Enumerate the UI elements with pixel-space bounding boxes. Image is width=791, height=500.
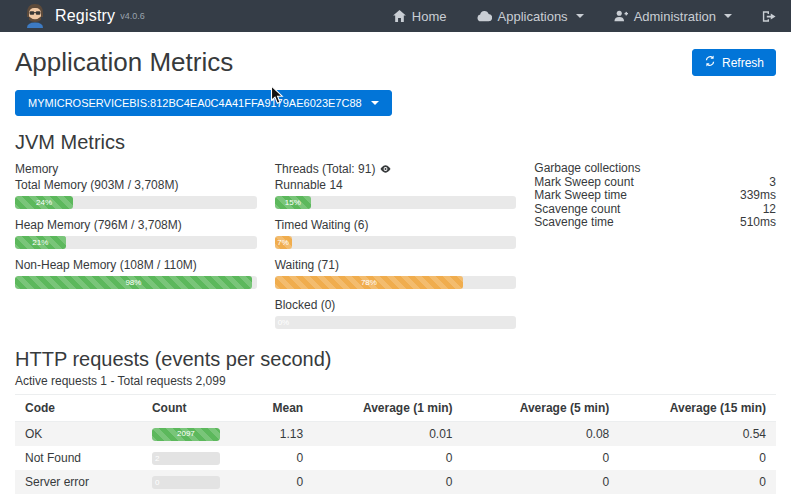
http-requests-table: Code Count Mean Average (1 min) Average … (15, 394, 776, 494)
refresh-icon (704, 55, 716, 70)
gc-heading: Garbage collections (534, 162, 776, 176)
col-header-code: Code (15, 395, 142, 422)
avg15-cell: 0 (619, 446, 776, 470)
sign-out-button[interactable] (762, 10, 776, 23)
total-memory-label: Total Memory (903M / 3,708M) (15, 178, 257, 192)
nav-item-administration[interactable]: Administration (614, 9, 732, 24)
main-content: Application Metrics Refresh MYMICROSERVI… (0, 47, 791, 500)
progress-percent-label: 98% (125, 279, 141, 287)
instance-selector-dropdown[interactable]: MYMICROSERVICEBIS:812BC4EA0C4A41FFA9179A… (15, 90, 392, 116)
progress-percent-label: 21% (32, 239, 48, 247)
progress-percent-label: 78% (361, 279, 377, 287)
gc-value: 510ms (740, 216, 776, 230)
mean-cell: 0 (263, 470, 314, 494)
col-header-count: Count (142, 395, 263, 422)
chevron-down-icon (576, 14, 584, 18)
chevron-down-icon (724, 14, 732, 18)
runnable-label: Runnable 14 (275, 178, 517, 192)
table-row-server-error: Server error 0 0 0 0 0 (15, 470, 776, 494)
gc-label: Scavenge time (534, 216, 613, 230)
progress-percent-label: 7% (277, 239, 289, 247)
avg5-cell: 0.08 (463, 422, 620, 447)
count-value-label: 2 (155, 455, 159, 463)
col-header-avg5: Average (5 min) (463, 395, 620, 422)
brand-version: v4.0.6 (120, 11, 145, 21)
gc-value: 12 (763, 203, 776, 217)
brand[interactable]: Registry v4.0.6 (24, 2, 145, 31)
refresh-button[interactable]: Refresh (692, 49, 776, 76)
avg15-cell: 0 (619, 470, 776, 494)
jhipster-avatar-logo (24, 2, 46, 31)
count-progressbar: 0 (152, 476, 220, 489)
user-plus-icon (614, 10, 628, 22)
gc-row: Scavenge time 510ms (534, 216, 776, 230)
avg5-cell: 0 (463, 470, 620, 494)
count-cell: 2097 (142, 422, 263, 447)
heap-memory-label: Heap Memory (796M / 3,708M) (15, 218, 257, 232)
table-row-ok: OK 2097 1.13 0.01 0.08 0.54 (15, 422, 776, 447)
table-row-not-found: Not Found 2 0 0 0 0 (15, 446, 776, 470)
avg1-cell: 0.01 (313, 422, 462, 447)
jvm-metrics-heading: JVM Metrics (15, 131, 776, 154)
heap-memory-progressbar: 21% (15, 236, 257, 249)
col-header-avg1: Average (1 min) (313, 395, 462, 422)
count-progressbar: 2097 (152, 428, 220, 441)
gc-column: Garbage collections Mark Sweep count 3 M… (534, 162, 776, 338)
navbar: Registry v4.0.6 Home Applications (0, 0, 791, 32)
col-header-avg15: Average (15 min) (619, 395, 776, 422)
blocked-label: Blocked (0) (275, 298, 517, 312)
count-cell: 0 (142, 470, 263, 494)
mean-cell: 0 (263, 446, 314, 470)
nav-links: Home Applications Administration (393, 9, 776, 24)
memory-heading: Memory (15, 162, 257, 176)
count-value-label: 0 (155, 479, 159, 487)
waiting-label: Waiting (71) (275, 258, 517, 272)
http-table-header-row: Code Count Mean Average (1 min) Average … (15, 395, 776, 422)
page-title: Application Metrics (15, 47, 233, 78)
brand-name: Registry (55, 7, 115, 25)
http-requests-heading: HTTP requests (events per second) (15, 348, 776, 371)
cloud-icon (477, 11, 492, 22)
threads-heading: Threads (Total: 91) (275, 162, 376, 176)
refresh-label: Refresh (722, 56, 764, 70)
nonheap-memory-label: Non-Heap Memory (108M / 110M) (15, 258, 257, 272)
gc-label: Mark Sweep count (534, 176, 633, 190)
progress-percent-label: 0% (278, 319, 290, 327)
total-memory-progressbar: 24% (15, 196, 257, 209)
avg1-cell: 0 (313, 446, 462, 470)
gc-label: Scavenge count (534, 203, 620, 217)
code-cell: Not Found (15, 446, 142, 470)
nav-item-label: Administration (634, 9, 716, 24)
home-icon (393, 10, 406, 22)
nav-item-label: Home (412, 9, 447, 24)
eye-icon[interactable] (380, 162, 391, 176)
progress-percent-label: 24% (36, 199, 52, 207)
col-header-mean: Mean (263, 395, 314, 422)
instance-selector-label: MYMICROSERVICEBIS:812BC4EA0C4A41FFA9179A… (28, 97, 362, 109)
mean-cell: 1.13 (263, 422, 314, 447)
code-cell: Server error (15, 470, 142, 494)
gc-row: Scavenge count 12 (534, 203, 776, 217)
nav-item-label: Applications (498, 9, 568, 24)
code-cell: OK (15, 422, 142, 447)
nav-item-home[interactable]: Home (393, 9, 447, 24)
memory-column: Memory Total Memory (903M / 3,708M) 24% … (15, 162, 257, 338)
gc-value: 339ms (740, 189, 776, 203)
nonheap-memory-progressbar: 98% (15, 276, 257, 289)
runnable-progressbar: 15% (275, 196, 517, 209)
gc-label: Mark Sweep time (534, 189, 627, 203)
progress-percent-label: 15% (285, 199, 301, 207)
threads-column: Threads (Total: 91) Runnable 14 15% Time… (275, 162, 517, 338)
gc-row: Mark Sweep time 339ms (534, 189, 776, 203)
count-cell: 2 (142, 446, 263, 470)
caret-down-icon (371, 101, 379, 105)
count-progressbar: 2 (152, 452, 220, 465)
waiting-progressbar: 78% (275, 276, 517, 289)
avg15-cell: 0.54 (619, 422, 776, 447)
nav-item-applications[interactable]: Applications (477, 9, 584, 24)
timed-waiting-label: Timed Waiting (6) (275, 218, 517, 232)
sign-out-icon (762, 10, 776, 23)
avg5-cell: 0 (463, 446, 620, 470)
http-requests-subtitle: Active requests 1 - Total requests 2,099 (15, 374, 776, 388)
avg1-cell: 0 (313, 470, 462, 494)
